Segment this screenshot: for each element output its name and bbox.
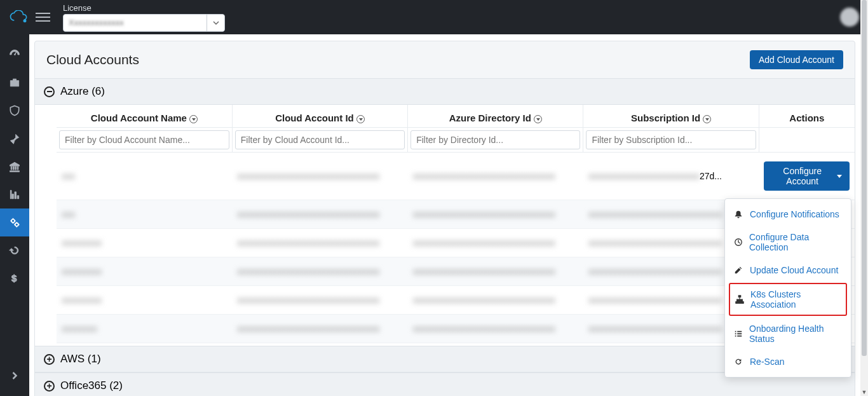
- group-aws-label: AWS (1): [60, 353, 101, 365]
- menu-item-label: Configure Data Collection: [749, 232, 842, 252]
- menu-list[interactable]: Onboarding Health Status: [725, 317, 851, 350]
- collapse-icon: [44, 86, 55, 97]
- sitemap-icon: [735, 295, 744, 304]
- main-content: Cloud Accounts Add Cloud Account Azure (…: [29, 34, 860, 396]
- license-value[interactable]: [64, 15, 207, 31]
- nav-expand[interactable]: [0, 362, 29, 390]
- group-azure-header[interactable]: Azure (6): [35, 78, 855, 105]
- list-icon: [734, 329, 743, 339]
- license-label: License: [63, 3, 225, 13]
- cell-dir: xxxxxxxxxxxxxxxxxxxxxxxxxxxxxxxx: [408, 153, 583, 200]
- bell-icon: [734, 210, 743, 219]
- nav-dashboard[interactable]: [0, 41, 29, 69]
- actions-cell: Configure Account: [759, 153, 855, 200]
- group-office365-label: Office365 (2): [60, 379, 123, 392]
- scrollbar-thumb[interactable]: [862, 0, 867, 356]
- svg-point-1: [11, 219, 15, 222]
- svg-rect-6: [736, 301, 738, 303]
- filter-subscription-id[interactable]: [586, 130, 756, 149]
- table-row: xxxxxxxxxxxxxxxxxxxxxxxxxxxxxxxxxxxxxxxx…: [57, 153, 855, 200]
- menu-edit[interactable]: Update Cloud Account: [725, 259, 851, 282]
- cell-name: xxxxxxxxx: [57, 229, 232, 257]
- menu-item-label: Update Cloud Account: [750, 265, 838, 275]
- cell-name: xxxxxxxx: [57, 315, 232, 343]
- avatar[interactable]: [840, 8, 859, 27]
- scroll-down-icon[interactable]: ▼: [860, 388, 868, 396]
- svg-point-2: [15, 223, 18, 226]
- cell-id: xxxxxxxxxxxxxxxxxxxxxxxxxxxxxxxx: [232, 286, 407, 315]
- filter-account-name[interactable]: [59, 130, 229, 149]
- configure-account-button[interactable]: Configure Account: [764, 161, 850, 191]
- col-account-id[interactable]: Cloud Account Id: [232, 105, 407, 128]
- cell-name: xxx: [57, 200, 232, 229]
- sidenav: $: [0, 34, 29, 396]
- nav-bank[interactable]: [0, 153, 29, 181]
- nav-history[interactable]: [0, 236, 29, 264]
- menu-clock[interactable]: Configure Data Collection: [725, 226, 851, 259]
- col-actions: Actions: [759, 105, 855, 128]
- sort-icon: [703, 115, 711, 123]
- cell-id: xxxxxxxxxxxxxxxxxxxxxxxxxxxxxxxx: [232, 229, 407, 257]
- clock-icon: [734, 238, 743, 247]
- cell-name: xxx: [57, 153, 232, 200]
- chevron-down-icon: [837, 175, 842, 178]
- menu-refresh[interactable]: Re-Scan: [725, 350, 851, 373]
- cell-id: xxxxxxxxxxxxxxxxxxxxxxxxxxxxxxxx: [232, 153, 407, 200]
- menu-bell[interactable]: Configure Notifications: [725, 203, 851, 226]
- license-dropdown[interactable]: [63, 14, 225, 32]
- cell-id: xxxxxxxxxxxxxxxxxxxxxxxxxxxxxxxx: [232, 257, 407, 286]
- cell-sub: xxxxxxxxxxxxxxxxxxxxxxxxx27d...: [583, 153, 759, 200]
- cell-id: xxxxxxxxxxxxxxxxxxxxxxxxxxxxxxxx: [232, 315, 407, 343]
- menu-item-label: Onboarding Health Status: [749, 324, 842, 344]
- sort-icon: [189, 115, 198, 123]
- svg-text:$: $: [11, 273, 17, 283]
- cell-id: xxxxxxxxxxxxxxxxxxxxxxxxxxxxxxxx: [232, 200, 407, 229]
- cell-dir: xxxxxxxxxxxxxxxxxxxxxxxxxxxxxxxx: [408, 229, 583, 257]
- refresh-icon: [734, 357, 743, 367]
- page-title: Cloud Accounts: [46, 52, 139, 67]
- svg-rect-8: [742, 301, 744, 303]
- topbar: License: [0, 0, 868, 34]
- cell-dir: xxxxxxxxxxxxxxxxxxxxxxxxxxxxxxxx: [408, 286, 583, 315]
- menu-item-label: Configure Notifications: [750, 209, 839, 219]
- nav-briefcase[interactable]: [0, 69, 29, 97]
- sort-icon: [534, 115, 542, 123]
- svg-point-0: [24, 19, 27, 22]
- svg-rect-7: [738, 301, 741, 303]
- expand-icon: [44, 381, 55, 392]
- menu-item-label: Re-Scan: [750, 357, 784, 367]
- edit-icon: [734, 266, 743, 275]
- hamburger-menu-button[interactable]: [36, 10, 50, 25]
- cell-dir: xxxxxxxxxxxxxxxxxxxxxxxxxxxxxxxx: [408, 257, 583, 286]
- cell-name: xxxxxxxxx: [57, 286, 232, 315]
- col-directory-id[interactable]: Azure Directory Id: [408, 105, 583, 128]
- nav-billing[interactable]: $: [0, 264, 29, 292]
- cell-name: xxxxxxxxx: [57, 257, 232, 286]
- nav-settings[interactable]: [0, 208, 29, 236]
- cloud-logo-icon: [9, 10, 28, 24]
- license-selector: License: [63, 3, 225, 32]
- col-subscription-id[interactable]: Subscription Id: [583, 105, 759, 128]
- sort-icon: [356, 115, 365, 123]
- group-azure-label: Azure (6): [60, 85, 105, 98]
- nav-chart[interactable]: [0, 181, 29, 208]
- filter-account-id[interactable]: [235, 130, 405, 149]
- menu-item-label: K8s Clusters Association: [750, 289, 841, 310]
- chevron-down-icon[interactable]: [207, 15, 224, 31]
- vertical-scrollbar[interactable]: ▲ ▼: [860, 0, 868, 396]
- filter-directory-id[interactable]: [410, 130, 580, 149]
- expand-icon: [44, 354, 55, 365]
- nav-shield[interactable]: [0, 97, 29, 125]
- svg-rect-5: [738, 295, 741, 297]
- cell-dir: xxxxxxxxxxxxxxxxxxxxxxxxxxxxxxxx: [408, 315, 583, 343]
- configure-account-dropdown: Configure NotificationsConfigure Data Co…: [724, 198, 851, 378]
- add-cloud-account-button[interactable]: Add Cloud Account: [750, 50, 843, 69]
- nav-pin[interactable]: [0, 125, 29, 153]
- cell-dir: xxxxxxxxxxxxxxxxxxxxxxxxxxxxxxxx: [408, 200, 583, 229]
- col-account-name[interactable]: Cloud Account Name: [57, 105, 232, 128]
- menu-sitemap[interactable]: K8s Clusters Association: [729, 283, 847, 316]
